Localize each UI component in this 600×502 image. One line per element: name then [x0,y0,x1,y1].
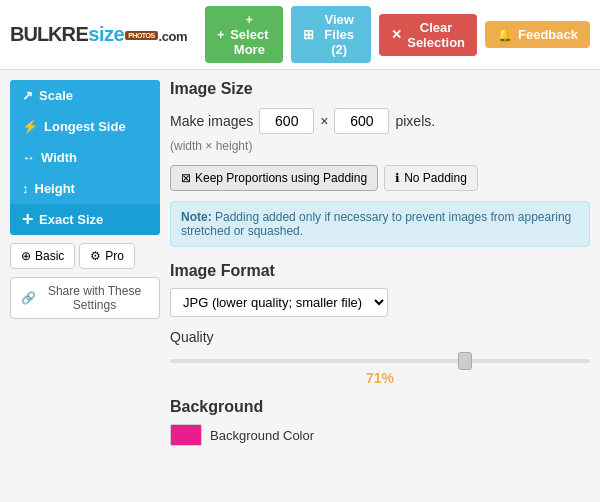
share-icon: 🔗 [21,291,36,305]
basic-label: Basic [35,249,64,263]
proportions-icon: ⊠ [181,171,191,185]
note-text: Padding added only if necessary to preve… [181,210,571,238]
longest-side-label: Longest Side [44,119,126,134]
clear-icon: ✕ [391,27,402,42]
scale-label: Scale [39,88,73,103]
no-padding-label: No Padding [404,171,467,185]
height-input[interactable] [334,108,389,134]
feedback-button[interactable]: 🔔 Feedback [485,21,590,48]
select-more-icon: + [217,27,225,42]
keep-proportions-label: Keep Proportions using Padding [195,171,367,185]
note-box: Note: Padding added only if necessary to… [170,201,590,247]
share-settings-button[interactable]: 🔗 Share with These Settings [10,277,160,319]
clear-selection-label: Clear Selection [407,20,465,50]
image-size-title: Image Size [170,80,590,98]
content-panel: Image Size Make images × pixels. (width … [170,80,590,446]
quality-value: 71% [170,370,590,386]
format-select[interactable]: JPG (lower quality; smaller file) PNG (l… [170,288,388,317]
dimension-hint: (width × height) [170,139,590,153]
times-symbol: × [320,113,328,129]
logo-re: RE [62,23,89,45]
share-settings-label: Share with These Settings [40,284,149,312]
sidebar-item-width[interactable]: ↔ Width [10,142,160,173]
no-padding-button[interactable]: ℹ No Padding [384,165,478,191]
sidebar-item-longest-side[interactable]: ⚡ Longest Side [10,111,160,142]
width-icon: ↔ [22,150,35,165]
select-more-button[interactable]: + + Select More [205,6,283,63]
sidebar-tabs: ⊕ Basic ⚙ Pro [10,243,160,269]
view-files-label: View Files (2) [319,12,359,57]
height-icon: ↕ [22,181,29,196]
background-color-swatch[interactable] [170,424,202,446]
scale-icon: ↗ [22,88,33,103]
width-input[interactable] [259,108,314,134]
height-label: Height [35,181,75,196]
logo-text: BULKREsizePHOTOS.com [10,23,187,46]
pixels-label: pixels. [395,113,435,129]
sidebar: ↗ Scale ⚡ Longest Side ↔ Width ↕ Height … [10,80,160,446]
longest-side-icon: ⚡ [22,119,38,134]
quality-slider-container [170,351,590,366]
background-title: Background [170,398,590,416]
basic-icon: ⊕ [21,249,31,263]
gear-icon: ⚙ [90,249,101,263]
keep-proportions-button[interactable]: ⊠ Keep Proportions using Padding [170,165,378,191]
quality-label: Quality [170,329,590,345]
image-size-row: Make images × pixels. [170,108,590,134]
sidebar-item-height[interactable]: ↕ Height [10,173,160,204]
quality-slider[interactable] [170,359,590,363]
grid-icon: ⊞ [303,27,314,42]
logo-photos-badge: PHOTOS [125,31,157,40]
sidebar-item-scale[interactable]: ↗ Scale [10,80,160,111]
logo-com: .com [159,29,187,44]
note-bold: Note: [181,210,212,224]
width-label: Width [41,150,77,165]
view-files-button[interactable]: ⊞ View Files (2) [291,6,371,63]
image-size-section: Image Size Make images × pixels. (width … [170,80,590,247]
feedback-icon: 🔔 [497,27,513,42]
select-more-label: + Select More [228,12,272,57]
logo: BULKREsizePHOTOS.com [10,23,187,46]
logo-bulk: BULK [10,23,62,45]
sidebar-menu: ↗ Scale ⚡ Longest Side ↔ Width ↕ Height … [10,80,160,235]
image-format-section: Image Format JPG (lower quality; smaller… [170,262,590,386]
header: BULKREsizePHOTOS.com + + Select More ⊞ V… [0,0,600,70]
info-icon: ℹ [395,171,400,185]
logo-size: size [88,23,124,45]
exact-size-icon: ✛ [22,212,33,227]
tab-basic[interactable]: ⊕ Basic [10,243,75,269]
exact-size-label: Exact Size [39,212,103,227]
background-color-label: Background Color [210,428,314,443]
background-row: Background Color [170,424,590,446]
padding-options: ⊠ Keep Proportions using Padding ℹ No Pa… [170,165,590,191]
clear-selection-button[interactable]: ✕ Clear Selection [379,14,477,56]
sidebar-item-exact-size[interactable]: ✛ Exact Size [10,204,160,235]
main-layout: ↗ Scale ⚡ Longest Side ↔ Width ↕ Height … [0,70,600,456]
background-section: Background Background Color [170,398,590,446]
image-format-title: Image Format [170,262,590,280]
tab-pro[interactable]: ⚙ Pro [79,243,135,269]
make-images-label: Make images [170,113,253,129]
pro-label: Pro [105,249,124,263]
feedback-label: Feedback [518,27,578,42]
